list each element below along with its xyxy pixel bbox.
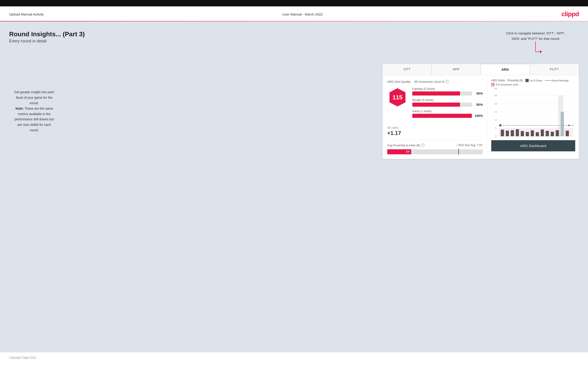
quality-header: ARG Shot Quality 6ft Conversion Zone % ? [387, 80, 483, 83]
sidebar-text-area: Get greater insight into each facet of y… [9, 64, 59, 159]
legend-dashed-line [545, 80, 551, 81]
chart-svg-container: 0 5 10 15 20 25 30 [491, 88, 575, 138]
bar-1 [501, 130, 504, 136]
proximity-bar-container: 77' [387, 149, 483, 154]
tabs-bar: OTT APP ARG PUTT [383, 64, 579, 75]
tab-ott[interactable]: OTT [383, 64, 432, 75]
tab-app[interactable]: APP [432, 64, 481, 75]
svg-text:15: 15 [494, 110, 497, 113]
bar-pct-fairway: 80% [474, 92, 483, 95]
bar-pct-sand: 100% [474, 114, 483, 118]
upload-label[interactable]: Upload Manual Activity [9, 12, 44, 16]
proximity-bar-value: 77' [406, 150, 410, 154]
page-subtitle: Every round in detail [9, 39, 85, 43]
legend-round-avg-label: Round Average [552, 79, 569, 82]
bar-fill-rough [412, 103, 460, 107]
bar-label-fairway: Fairway (5 shots) [412, 87, 483, 91]
legend-6ft-label: 6 ft conversion zone [496, 83, 518, 86]
proximity-label: Avg Proximity to Hole (ft) ? [387, 143, 425, 147]
bar-9 [541, 129, 544, 136]
chart-title: ARG Shots - Proximity (ft) [491, 79, 523, 82]
svg-text:0: 0 [495, 135, 496, 137]
bar-12 [556, 130, 559, 136]
conversion-label: 6ft Conversion Zone % ? [414, 80, 449, 83]
bar-2 [506, 131, 509, 136]
bar-rough: 80% [412, 103, 483, 107]
hexagon-value: 115 [392, 94, 402, 101]
copyright: Copyright Clippd 2021 [9, 356, 36, 359]
page-title: Round Insights... (Part 3) [9, 31, 85, 38]
legend-hatched-box [491, 83, 494, 86]
legend-updown: Up & Down [526, 79, 542, 82]
bar-row-rough: Rough (5 shots) 80% [412, 98, 483, 107]
annotation-text: Click to navigate between 'OTT', 'APP','… [506, 31, 565, 42]
title-section: Round Insights... (Part 3) Every round i… [9, 31, 85, 43]
svg-text:30: 30 [494, 88, 497, 90]
hexagon-score: 115 [387, 87, 408, 108]
shot-quality-bars: Fairway (5 shots) 80% Rou [412, 87, 483, 121]
bar-11 [551, 132, 554, 136]
sidebar-description: Get greater insight into each facet of y… [14, 90, 55, 133]
page-layout: Get greater insight into each facet of y… [9, 64, 579, 159]
bar-pct-rough: 80% [474, 103, 483, 107]
svg-text:25: 25 [494, 94, 497, 97]
arrow-icon [529, 42, 542, 58]
proximity-header: Avg Proximity to Hole (ft) ? ↑ PGA Tour … [387, 143, 483, 147]
bar-fairway: 80% [412, 92, 483, 95]
bar-14 [566, 131, 569, 136]
sg-value: +1.17 [387, 130, 483, 136]
legend-round-avg: Round Average [545, 79, 569, 82]
sidebar-note-label: Note: [16, 107, 24, 110]
tab-putt[interactable]: PUTT [530, 64, 579, 75]
proximity-chart: 0 5 10 15 20 25 30 [491, 88, 575, 137]
tab-arg[interactable]: ARG [481, 64, 530, 75]
bar-row-sand: Sand (1 shots) 100% [412, 109, 483, 118]
svg-text:20: 20 [494, 102, 497, 105]
arg-dashboard-button[interactable]: ARG Dashboard [491, 140, 575, 151]
bar-track-sand [412, 114, 472, 118]
legend-6ft-row: 6 ft conversion zone [491, 83, 575, 86]
right-panel: ARG Shots - Proximity (ft) Up & Down Rou… [488, 75, 579, 159]
main-card: OTT APP ARG PUTT ARG Shot Quality 6ft Co… [383, 64, 579, 159]
proximity-cursor [458, 149, 459, 155]
annotation-area: Click to navigate between 'OTT', 'APP','… [506, 31, 565, 58]
svg-text:5: 5 [495, 127, 496, 129]
bar-7 [531, 130, 534, 136]
bar-3 [511, 130, 514, 136]
round-avg-value: 8 [572, 124, 573, 127]
svg-text:10: 10 [494, 118, 497, 121]
sg-section: SG ARG +1.17 [387, 126, 483, 136]
svg-marker-2 [540, 50, 542, 53]
chart-header-area: ARG Shots - Proximity (ft) Up & Down Rou… [491, 79, 575, 86]
header: Upload Manual Activity User Manual - Mar… [0, 6, 588, 21]
proximity-section: Avg Proximity to Hole (ft) ? ↑ PGA Tour … [387, 140, 483, 154]
card-content: ARG Shot Quality 6ft Conversion Zone % ? [383, 75, 579, 159]
legend-updown-label: Up & Down [530, 79, 542, 82]
user-manual-label: User Manual - March 2022 [282, 12, 323, 16]
pga-tour-avg: ↑ PGA Tour Avg: 7'10" [456, 144, 483, 147]
proximity-help-icon[interactable]: ? [421, 143, 425, 147]
bar-fill-sand [412, 114, 472, 118]
bar-row-fairway: Fairway (5 shots) 80% [412, 87, 483, 95]
bar-fill-fairway [412, 92, 460, 95]
footer: Copyright Clippd 2021 [0, 352, 588, 363]
bar-8 [536, 132, 539, 136]
bar-label-rough: Rough (5 shots) [412, 98, 483, 102]
bar-track-rough [412, 103, 472, 107]
help-icon[interactable]: ? [445, 80, 449, 83]
bar-label-sand: Sand (1 shots) [412, 109, 483, 113]
proximity-bar-fill: 77' [387, 149, 411, 154]
logo: clippd [562, 10, 579, 18]
card-container: OTT APP ARG PUTT ARG Shot Quality 6ft Co… [59, 64, 579, 159]
sg-label: SG ARG [387, 126, 483, 129]
bar-10 [546, 131, 549, 136]
top-bar [0, 0, 588, 6]
quality-label: ARG Shot Quality [387, 80, 411, 83]
round-avg-arrow [568, 125, 571, 126]
bar-track-fairway [412, 92, 472, 95]
main-content: Round Insights... (Part 3) Every round i… [0, 21, 588, 352]
bar-sand: 100% [412, 114, 483, 118]
bar-6 [526, 132, 529, 136]
bar-5 [521, 131, 524, 136]
hexagon-container: 115 Fairway (5 shots) [387, 87, 483, 121]
